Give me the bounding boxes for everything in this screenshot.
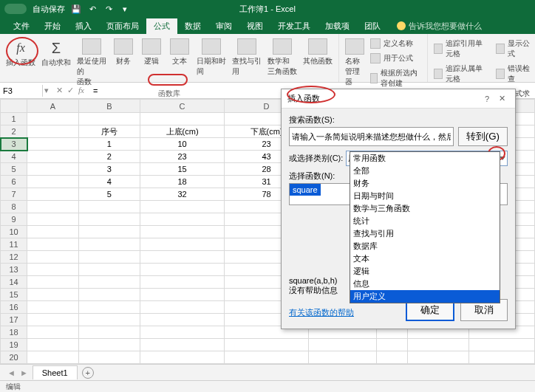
- cell[interactable]: 10: [140, 138, 225, 151]
- cell[interactable]: [27, 113, 79, 125]
- recent-functions-button[interactable]: 最近使用的 函数: [75, 37, 108, 89]
- tab-insert[interactable]: 插入: [68, 18, 99, 34]
- row-header[interactable]: 9: [1, 213, 27, 226]
- tab-home[interactable]: 开始: [37, 18, 68, 34]
- datetime-button[interactable]: 日期和时间: [195, 37, 228, 89]
- cell[interactable]: [78, 339, 140, 351]
- cell[interactable]: [376, 351, 407, 364]
- cell[interactable]: [140, 213, 225, 226]
- save-icon[interactable]: 💾: [71, 4, 81, 14]
- row-header[interactable]: 12: [1, 251, 27, 264]
- category-item[interactable]: 全部: [350, 165, 500, 177]
- tell-me[interactable]: 告诉我您想要做什么: [397, 21, 482, 32]
- tab-team[interactable]: 团队: [357, 18, 388, 34]
- cell[interactable]: 5: [78, 188, 140, 201]
- cell[interactable]: [27, 125, 79, 138]
- tab-formulas[interactable]: 公式: [146, 18, 177, 34]
- category-item[interactable]: 文本: [350, 252, 500, 265]
- tab-view[interactable]: 视图: [239, 18, 270, 34]
- cell[interactable]: [78, 201, 140, 213]
- tab-addins[interactable]: 加载项: [318, 18, 357, 34]
- category-item[interactable]: 数据库: [350, 240, 500, 252]
- cell[interactable]: [78, 213, 140, 226]
- cell[interactable]: [140, 238, 225, 251]
- cell[interactable]: 1: [78, 138, 140, 151]
- category-item[interactable]: 查找与引用: [350, 227, 500, 240]
- cell[interactable]: 4: [78, 176, 140, 188]
- cell[interactable]: [140, 289, 225, 301]
- tab-developer[interactable]: 开发工具: [270, 18, 318, 34]
- cell[interactable]: [78, 264, 140, 276]
- cell[interactable]: [78, 251, 140, 264]
- tab-file[interactable]: 文件: [6, 18, 37, 34]
- category-item[interactable]: 常用函数: [350, 152, 500, 165]
- cell[interactable]: [140, 339, 225, 351]
- cell[interactable]: [27, 238, 79, 251]
- cell[interactable]: [27, 314, 79, 326]
- row-header[interactable]: 14: [1, 276, 27, 289]
- cell[interactable]: [27, 276, 79, 289]
- cell[interactable]: [78, 326, 140, 339]
- logical-button[interactable]: 逻辑: [139, 37, 164, 89]
- cell[interactable]: [27, 151, 79, 163]
- cell[interactable]: [140, 113, 225, 125]
- cell[interactable]: [27, 339, 79, 351]
- cell[interactable]: [78, 314, 140, 326]
- tab-data[interactable]: 数据: [177, 18, 208, 34]
- row-header[interactable]: 2: [1, 125, 27, 138]
- cell[interactable]: [27, 188, 79, 201]
- define-name-button[interactable]: 定义名称: [369, 37, 423, 50]
- select-all-corner[interactable]: [1, 100, 27, 113]
- cell[interactable]: [140, 351, 225, 364]
- cell[interactable]: 23: [140, 151, 225, 163]
- col-header[interactable]: C: [140, 100, 225, 113]
- redo-icon[interactable]: ↷: [103, 4, 114, 14]
- cell[interactable]: 18: [140, 176, 225, 188]
- row-header[interactable]: 4: [1, 151, 27, 163]
- add-sheet-button[interactable]: +: [82, 367, 94, 379]
- cell[interactable]: 序号: [78, 125, 140, 138]
- category-item[interactable]: 用户定义: [350, 290, 500, 303]
- more-functions-button[interactable]: 其他函数: [301, 37, 334, 89]
- show-formulas-button[interactable]: 显示公式: [494, 37, 534, 61]
- cell[interactable]: [140, 276, 225, 289]
- cell[interactable]: [140, 314, 225, 326]
- row-header[interactable]: 18: [1, 326, 27, 339]
- cell[interactable]: [27, 213, 79, 226]
- cell[interactable]: [225, 339, 309, 351]
- row-header[interactable]: 3: [1, 138, 27, 151]
- cell[interactable]: [27, 251, 79, 264]
- math-trig-button[interactable]: 数学和 三角函数: [266, 37, 299, 89]
- cell[interactable]: [140, 201, 225, 213]
- row-header[interactable]: 5: [1, 163, 27, 176]
- help-link[interactable]: 有关该函数的帮助: [289, 307, 354, 318]
- category-item[interactable]: 财务: [350, 177, 500, 190]
- cell[interactable]: [78, 301, 140, 314]
- category-item[interactable]: 数学与三角函数: [350, 202, 500, 215]
- error-check-button[interactable]: 错误检查: [494, 62, 534, 86]
- row-header[interactable]: 16: [1, 301, 27, 314]
- cell[interactable]: 32: [140, 188, 225, 201]
- sheet-tab[interactable]: Sheet1: [33, 365, 78, 379]
- category-item[interactable]: 信息: [350, 278, 500, 290]
- row-header[interactable]: 20: [1, 351, 27, 364]
- cell[interactable]: [78, 238, 140, 251]
- sheet-nav-prev-icon[interactable]: ◄: [7, 368, 16, 377]
- insert-function-button[interactable]: fx插入函数: [4, 37, 37, 89]
- financial-button[interactable]: 财务: [111, 37, 136, 89]
- cell[interactable]: [78, 113, 140, 125]
- cell[interactable]: [27, 226, 79, 238]
- name-manager-button[interactable]: 名称 管理器: [344, 37, 366, 89]
- row-header[interactable]: 10: [1, 226, 27, 238]
- cell[interactable]: [27, 301, 79, 314]
- row-header[interactable]: 13: [1, 264, 27, 276]
- qat-more-icon[interactable]: ▾: [120, 4, 130, 14]
- undo-icon[interactable]: ↶: [87, 4, 98, 14]
- cell[interactable]: [140, 301, 225, 314]
- cell[interactable]: [27, 138, 79, 151]
- row-header[interactable]: 6: [1, 176, 27, 188]
- cell[interactable]: [140, 251, 225, 264]
- cell[interactable]: [27, 351, 79, 364]
- cell[interactable]: [407, 339, 468, 351]
- cell[interactable]: 15: [140, 163, 225, 176]
